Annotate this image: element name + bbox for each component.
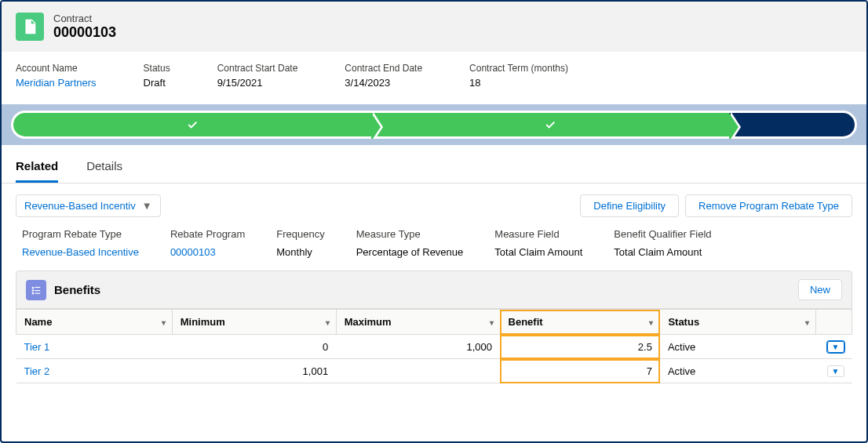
highlights-panel: Account Name Meridian Partners Status Dr…	[2, 52, 866, 104]
tier-link[interactable]: Tier 2	[16, 359, 173, 383]
tabs: Related Details	[2, 145, 866, 183]
chevron-down-icon: ▾	[162, 318, 166, 326]
rebate-details: Program Rebate Type Revenue-Based Incent…	[2, 228, 866, 271]
measure-field-value: Total Claim Amount	[494, 246, 582, 258]
measure-type-value: Percentage of Revenue	[356, 246, 464, 258]
path-stage-1[interactable]	[13, 113, 371, 136]
field-label: Account Name	[16, 63, 97, 74]
chevron-down-icon: ▾	[490, 318, 494, 326]
tab-related[interactable]: Related	[16, 159, 58, 183]
chevron-down-icon: ▾	[649, 318, 653, 326]
col-minimum[interactable]: Minimum▾	[172, 310, 336, 335]
benefits-table: Name▾ Minimum▾ Maximum▾ Benefit▾ Status▾…	[16, 309, 852, 383]
record-type-label: Contract	[53, 13, 116, 24]
record-number: 00000103	[53, 24, 116, 41]
detail-label: Frequency	[276, 228, 324, 240]
svg-rect-5	[35, 292, 40, 293]
row-actions-button[interactable]: ▼	[827, 341, 844, 353]
col-status[interactable]: Status▾	[660, 310, 816, 335]
path-container	[2, 104, 866, 145]
new-benefit-button[interactable]: New	[798, 279, 842, 300]
field-label: Contract Term (months)	[469, 63, 568, 74]
field-label: Contract Start Date	[217, 63, 298, 74]
tab-details[interactable]: Details	[86, 159, 122, 183]
col-actions	[816, 310, 852, 335]
col-name[interactable]: Name▾	[16, 310, 173, 335]
program-rebate-type-link[interactable]: Revenue-Based Incentive	[22, 246, 139, 258]
min-cell: 1,001	[172, 359, 336, 383]
table-row: Tier 1 0 1,000 2.5 Active ▼	[16, 335, 852, 359]
status-value: Draft	[144, 77, 170, 89]
dropdown-label: Revenue-Based Incentiv	[24, 200, 136, 212]
qualifier-value: Total Claim Amount	[614, 246, 711, 258]
remove-rebate-type-button[interactable]: Remove Program Rebate Type	[685, 194, 852, 217]
col-benefit[interactable]: Benefit▾	[500, 310, 660, 335]
account-name-link[interactable]: Meridian Partners	[16, 77, 97, 89]
chevron-down-icon: ▾	[326, 318, 330, 326]
term-value: 18	[469, 77, 568, 89]
table-row: Tier 2 1,001 7 Active ▼	[16, 359, 852, 383]
svg-rect-2	[32, 292, 34, 293]
svg-rect-1	[32, 289, 34, 291]
detail-label: Measure Type	[356, 228, 464, 240]
define-eligibility-button[interactable]: Define Eligibility	[580, 194, 679, 217]
toolbar: Revenue-Based Incentiv ▼ Define Eligibil…	[2, 183, 866, 228]
rebate-type-dropdown[interactable]: Revenue-Based Incentiv ▼	[16, 194, 161, 217]
field-label: Contract End Date	[345, 63, 422, 74]
end-date-value: 3/14/2023	[345, 77, 422, 89]
chevron-down-icon: ▾	[805, 318, 809, 326]
detail-label: Program Rebate Type	[22, 228, 139, 240]
benefit-cell: 2.5	[500, 335, 660, 359]
min-cell: 0	[172, 335, 336, 359]
benefits-header: Benefits New	[16, 271, 852, 309]
status-cell: Active	[660, 335, 816, 359]
check-icon	[544, 118, 556, 131]
benefit-cell: 7	[500, 359, 660, 383]
detail-label: Measure Field	[494, 228, 582, 240]
status-cell: Active	[660, 359, 816, 383]
benefits-title: Benefits	[54, 283, 100, 296]
svg-rect-4	[35, 290, 40, 291]
check-icon	[186, 118, 199, 131]
chevron-down-icon: ▼	[142, 200, 152, 212]
frequency-value: Monthly	[276, 246, 324, 258]
detail-label: Benefit Qualifier Field	[614, 228, 711, 240]
col-maximum[interactable]: Maximum▾	[336, 310, 500, 335]
path-stage-2[interactable]	[371, 113, 729, 136]
field-label: Status	[144, 63, 170, 74]
start-date-value: 9/15/2021	[217, 77, 298, 89]
detail-label: Rebate Program	[170, 228, 245, 240]
rebate-program-link[interactable]: 00000103	[170, 246, 245, 258]
record-header: Contract 00000103	[2, 2, 866, 52]
svg-rect-0	[32, 286, 34, 288]
tier-link[interactable]: Tier 1	[16, 335, 173, 359]
max-cell: 1,000	[336, 335, 500, 359]
path-stage-3[interactable]	[729, 113, 855, 136]
svg-rect-3	[35, 286, 40, 287]
benefits-icon	[26, 280, 46, 300]
contract-icon	[16, 13, 44, 41]
max-cell	[336, 359, 500, 383]
row-actions-button[interactable]: ▼	[827, 365, 844, 377]
